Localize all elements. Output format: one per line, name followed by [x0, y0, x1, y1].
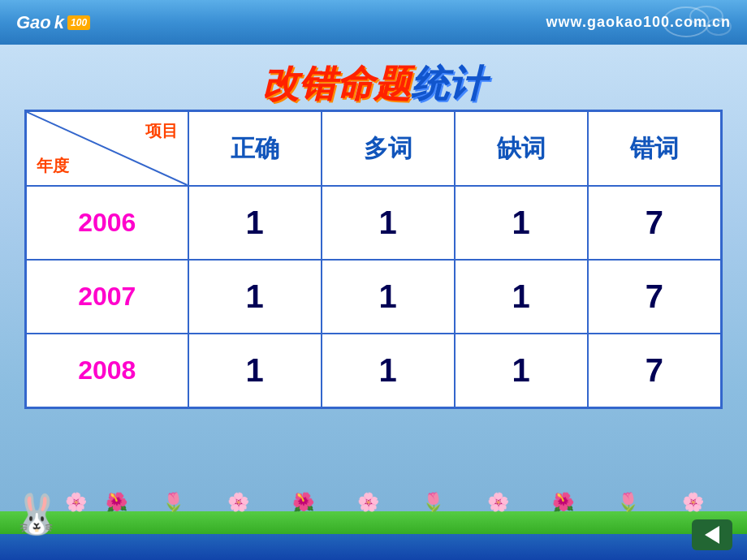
flower-9: 🌺 [552, 492, 574, 513]
header-bar: Gao k 100 www.gaokao100.com.cn [0, 0, 747, 45]
flower-1: 🌸 [65, 492, 87, 513]
flower-2: 🌺 [106, 492, 127, 513]
title-part1: 改错命题 [261, 62, 411, 105]
logo-gao-text: Gao [16, 12, 51, 33]
page-title-area: 改错命题统计 [0, 45, 747, 119]
data-cell-row2-col0: 1 [188, 334, 322, 408]
flower-7: 🌷 [422, 492, 444, 513]
data-cell-row1-col1: 1 [322, 260, 455, 334]
header-decoration [662, 4, 735, 44]
main-table-container: 项目 年度 正确 多词 缺词 错词 2006111720071117200811… [24, 110, 723, 409]
grass-strip [0, 511, 747, 536]
year-cell-2007: 2007 [26, 260, 188, 334]
flower-5: 🌺 [292, 492, 314, 513]
flower-6: 🌸 [357, 492, 379, 513]
svg-point-2 [706, 19, 731, 35]
title-part2: 统计 [411, 62, 486, 105]
col-header-queci: 缺词 [455, 111, 588, 187]
logo-100: 100 [67, 15, 90, 30]
flower-8: 🌸 [487, 492, 509, 513]
data-cell-row1-col3: 7 [588, 260, 722, 334]
data-cell-row2-col3: 7 [588, 334, 722, 408]
logo: Gao k 100 [16, 12, 90, 33]
year-cell-2008: 2008 [26, 334, 188, 408]
data-cell-row0-col3: 7 [588, 186, 722, 260]
data-cell-row0-col0: 1 [188, 186, 322, 260]
data-cell-row0-col1: 1 [322, 186, 455, 260]
data-cell-row0-col2: 1 [455, 186, 588, 260]
grass-area: 🌸 🌺 🌷 🌸 🌺 🌸 🌷 🌸 🌺 🌷 🌸 [0, 487, 747, 536]
flower-4: 🌸 [227, 492, 249, 513]
data-cell-row2-col1: 1 [322, 334, 455, 408]
flower-10: 🌷 [617, 492, 639, 513]
rabbit-decoration: 🐰 [12, 492, 61, 537]
corner-bottom-label: 年度 [37, 155, 69, 177]
data-cell-row1-col2: 1 [455, 260, 588, 334]
data-cell-row2-col2: 1 [455, 334, 588, 408]
data-cell-row1-col0: 1 [188, 260, 322, 334]
col-header-cuoci: 错词 [588, 111, 722, 187]
corner-top-label: 项目 [145, 120, 178, 142]
svg-point-0 [663, 7, 709, 37]
year-cell-2006: 2006 [26, 186, 188, 260]
col-header-duoci: 多词 [322, 111, 455, 187]
play-triangle-icon [705, 526, 719, 544]
blue-bottom-bar [0, 534, 747, 560]
corner-header-cell: 项目 年度 [26, 111, 188, 187]
col-header-zhengque: 正确 [188, 111, 322, 187]
play-button[interactable] [692, 519, 732, 550]
flower-3: 🌷 [162, 492, 184, 513]
data-table: 项目 年度 正确 多词 缺词 错词 2006111720071117200811… [24, 110, 723, 409]
logo-kao-text: k [54, 12, 64, 33]
flower-11: 🌸 [682, 492, 704, 513]
